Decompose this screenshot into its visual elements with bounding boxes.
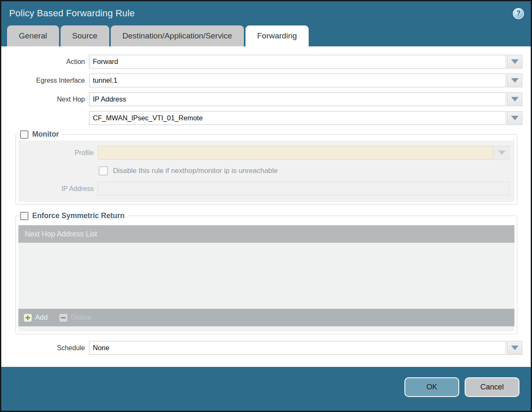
- monitor-section: Monitor Profile Disable this rule if nex…: [15, 130, 517, 205]
- egress-interface-row: Egress Interface tunnel.1: [1, 74, 522, 87]
- add-button-label: Add: [35, 313, 48, 322]
- tab-source[interactable]: Source: [61, 25, 109, 46]
- chevron-down-icon: [511, 78, 519, 83]
- delete-button-label: Delete: [71, 313, 91, 322]
- monitor-ip-address-row: IP Address: [18, 182, 509, 196]
- tab-forwarding[interactable]: Forwarding: [246, 25, 309, 46]
- schedule-label: Schedule: [1, 344, 89, 352]
- monitor-legend: Monitor: [19, 130, 62, 139]
- dialog-title: Policy Based Forwarding Rule: [9, 8, 513, 19]
- monitor-label: Monitor: [32, 130, 59, 139]
- action-row: Action Forward: [1, 55, 522, 69]
- enforce-symmetric-return-checkbox[interactable]: [20, 212, 28, 220]
- enforce-symmetric-return-legend: Enforce Symmetric Return: [19, 211, 128, 220]
- egress-interface-label: Egress Interface: [1, 77, 89, 84]
- enforce-symmetric-return-label: Enforce Symmetric Return: [32, 211, 125, 220]
- egress-interface-select[interactable]: tunnel.1: [89, 74, 506, 87]
- schedule-dropdown-button[interactable]: [507, 341, 522, 355]
- chevron-down-icon: [511, 346, 519, 350]
- next-hop-row: Next Hop IP Address: [1, 92, 522, 106]
- schedule-row: Schedule None: [1, 341, 522, 355]
- next-hop-type-dropdown-button[interactable]: [507, 92, 522, 106]
- monitor-ip-address-label: IP Address: [18, 185, 98, 193]
- disable-rule-label: Disable this rule if nexthop/monitor ip …: [113, 167, 278, 175]
- policy-based-forwarding-rule-dialog: Policy Based Forwarding Rule ? General S…: [0, 0, 532, 412]
- dialog-footer: OK Cancel: [1, 367, 531, 411]
- next-hop-address-row: CF_MWAN_IPsec_VTI_01_Remote: [1, 111, 522, 125]
- disable-rule-row: Disable this rule if nexthop/monitor ip …: [99, 165, 514, 176]
- schedule-select[interactable]: None: [89, 341, 506, 355]
- action-label: Action: [1, 58, 89, 66]
- tab-general[interactable]: General: [7, 25, 59, 46]
- dialog-titlebar: Policy Based Forwarding Rule ?: [1, 1, 531, 25]
- disable-rule-checkbox: [99, 166, 108, 175]
- action-dropdown-button[interactable]: [507, 55, 522, 69]
- next-hop-address-list-body[interactable]: [18, 243, 514, 309]
- tab-destination-application-service[interactable]: Destination/Application/Service: [111, 25, 244, 46]
- next-hop-label: Next Hop: [1, 96, 89, 103]
- next-hop-type-select[interactable]: IP Address: [89, 92, 506, 106]
- delete-button: Delete: [59, 313, 91, 322]
- tab-bar: General Source Destination/Application/S…: [1, 25, 531, 46]
- enforce-symmetric-return-section: Enforce Symmetric Return Next Hop Addres…: [15, 211, 517, 334]
- add-button[interactable]: Add: [24, 313, 48, 322]
- cancel-button[interactable]: Cancel: [465, 377, 519, 397]
- ok-button[interactable]: OK: [404, 377, 459, 397]
- next-hop-address-list-toolbar: Add Delete: [18, 309, 514, 326]
- monitor-profile-select: [98, 146, 493, 160]
- monitor-profile-dropdown-button: [494, 146, 509, 160]
- help-icon[interactable]: ?: [513, 8, 524, 19]
- monitor-profile-label: Profile: [18, 149, 98, 157]
- monitor-ip-address-input: [98, 182, 509, 196]
- monitor-checkbox[interactable]: [20, 130, 28, 139]
- forwarding-tab-panel: Action Forward Egress Interface tunnel.1…: [1, 46, 531, 367]
- monitor-fields: Profile Disable this rule if nexthop/mon…: [18, 140, 514, 202]
- next-hop-address-list-panel: Next Hop Address List Add Delete: [18, 225, 514, 331]
- next-hop-address-select[interactable]: CF_MWAN_IPsec_VTI_01_Remote: [89, 111, 506, 125]
- plus-icon: [24, 314, 32, 322]
- next-hop-address-list-header: Next Hop Address List: [18, 225, 514, 243]
- chevron-down-icon: [498, 150, 506, 155]
- chevron-down-icon: [511, 116, 519, 120]
- action-select[interactable]: Forward: [89, 55, 506, 69]
- chevron-down-icon: [511, 97, 519, 102]
- minus-icon: [59, 314, 67, 322]
- chevron-down-icon: [511, 59, 519, 64]
- next-hop-address-dropdown-button[interactable]: [507, 111, 522, 125]
- egress-interface-dropdown-button[interactable]: [507, 74, 522, 87]
- monitor-profile-row: Profile: [18, 146, 509, 160]
